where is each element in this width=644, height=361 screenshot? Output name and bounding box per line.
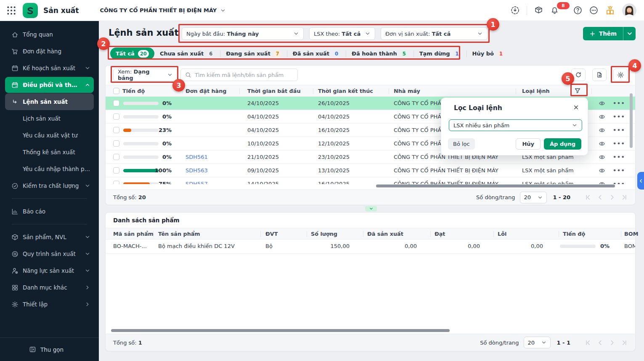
col-tien-do[interactable]: Tiến độ xyxy=(563,228,585,240)
tab-status-6[interactable]: Hủy bỏ1 xyxy=(467,47,510,60)
tab-status-5[interactable]: Tạm dừng1 xyxy=(414,47,466,60)
view-icon[interactable] xyxy=(599,140,605,147)
order-link[interactable]: SDH563 xyxy=(186,164,208,177)
prev-page-button[interactable] xyxy=(597,194,603,200)
expand-panel-handle[interactable] xyxy=(637,172,644,190)
prev-page-button[interactable] xyxy=(597,340,603,346)
search-input[interactable] xyxy=(195,72,293,78)
sidebar-item-lich-san-xuat[interactable]: Lịch sản xuất xyxy=(5,110,94,127)
add-dropdown-button[interactable] xyxy=(623,27,636,40)
col-bom[interactable]: BOM xyxy=(624,228,638,240)
company-switcher[interactable]: CÔNG TY CỔ PHẦN THIẾT BỊ ĐIỆN MÁY xyxy=(100,7,226,13)
col-don-dat-hang[interactable]: Đơn đặt hàng xyxy=(186,85,226,97)
sidebar-item-thong-ke-san-xuat[interactable]: Thống kê sản xuất xyxy=(5,144,94,161)
row-checkbox[interactable] xyxy=(113,181,119,184)
view-icon[interactable] xyxy=(599,181,605,184)
sidebar-item-thiet-lap[interactable]: Thiết lập xyxy=(5,296,94,313)
sidebar-item-don-dat-hang[interactable]: Đơn đặt hàng xyxy=(5,43,94,60)
col-loai-lenh[interactable]: Loại lệnh xyxy=(522,85,550,97)
package-icon[interactable] xyxy=(534,6,543,15)
row-menu-icon[interactable]: ••• xyxy=(613,110,625,124)
row-checkbox[interactable] xyxy=(113,140,119,147)
add-button[interactable]: Thêm xyxy=(583,27,623,40)
col-so-luong[interactable]: Số lượng xyxy=(311,228,337,240)
download-icon[interactable] xyxy=(511,6,519,15)
next-page-button[interactable] xyxy=(609,340,615,346)
first-page-button[interactable] xyxy=(585,340,591,346)
col-dat[interactable]: Đạt xyxy=(435,228,445,240)
view-icon[interactable] xyxy=(599,154,605,161)
row-menu-icon[interactable]: ••• xyxy=(613,124,625,137)
close-icon[interactable] xyxy=(573,104,579,111)
sidebar-item-san-pham-nvl[interactable]: Sản phẩm, NVL xyxy=(5,229,94,245)
row-menu-icon[interactable]: ••• xyxy=(613,164,625,177)
row-checkbox[interactable] xyxy=(113,100,119,106)
row-checkbox[interactable] xyxy=(113,167,119,174)
apps-grid-icon[interactable] xyxy=(7,6,16,15)
col-da-san-xuat[interactable]: Đã sản xuất xyxy=(367,228,403,240)
filter-lsx-theo[interactable]: LSX theo: Tất cả xyxy=(309,27,375,40)
tab-status-2[interactable]: Đang sản xuất7 xyxy=(220,47,287,60)
sidebar-item-bao-cao[interactable]: Báo cáo xyxy=(5,203,94,220)
orders-v-scrollbar[interactable] xyxy=(630,87,633,184)
apply-button[interactable]: Áp dụng xyxy=(544,138,581,150)
col-loi[interactable]: Lỗi xyxy=(498,228,506,240)
row-menu-icon[interactable]: ••• xyxy=(613,137,625,150)
handbook-icon[interactable] xyxy=(605,6,615,15)
order-link[interactable]: SDH557 xyxy=(186,177,208,184)
product-row[interactable]: BO-MACH-...Bộ mạch điều khiển DC 12VBộ15… xyxy=(106,240,635,254)
sidebar-item-nang-luc-san-xuat[interactable]: Năng lực sản xuất xyxy=(5,262,94,279)
view-icon[interactable] xyxy=(599,113,605,120)
order-row[interactable]: 75%SDH55714/10/202516/10/2025CÔNG TY CỔ … xyxy=(106,177,635,184)
tab-status-1[interactable]: Chưa sản xuất6 xyxy=(154,47,220,60)
filter-don-vi[interactable]: Đơn vị sản xuất: Tất cả xyxy=(381,27,488,40)
tab-tat-ca[interactable]: Tất cả20 xyxy=(110,47,154,60)
rows-per-page-select[interactable]: 20 xyxy=(520,192,547,203)
tab-status-4[interactable]: Đã hoàn thành5 xyxy=(346,47,413,60)
order-row[interactable]: 100%SDH56309/10/202513/10/2025CÔNG TY CỔ… xyxy=(106,164,635,177)
select-all-checkbox[interactable] xyxy=(113,88,119,94)
more-icon[interactable] xyxy=(589,6,598,15)
first-page-button[interactable] xyxy=(585,194,591,200)
sidebar-item-lenh-san-xuat[interactable]: Lệnh sản xuất xyxy=(5,93,94,110)
col-thoi-gian-bat-dau[interactable]: Thời gian bắt đầu xyxy=(247,85,301,97)
view-icon[interactable] xyxy=(599,100,605,107)
products-h-scrollbar[interactable] xyxy=(107,329,628,332)
app-logo[interactable] xyxy=(23,3,38,18)
sidebar-item-tong-quan[interactable]: Tổng quan xyxy=(5,26,94,43)
sidebar-item-yeu-cau-nhap-thanh-pham[interactable]: Yêu cầu nhập thành phẩm xyxy=(5,161,94,177)
sidebar-item-dieu-phoi-va-thuc-thi[interactable]: Điều phối và thực thi xyxy=(5,77,94,93)
sidebar-item-danh-muc-khac[interactable]: Danh mục khác xyxy=(5,279,94,296)
row-checkbox[interactable] xyxy=(113,127,119,133)
col-tien-do[interactable]: Tiến độ xyxy=(122,85,145,97)
sidebar-item-quy-trinh-san-xuat[interactable]: Quy trình sản xuất xyxy=(5,245,94,262)
last-page-button[interactable] xyxy=(621,194,628,200)
row-checkbox[interactable] xyxy=(113,113,119,120)
avatar[interactable] xyxy=(622,3,636,18)
sidebar-item-yeu-cau-xuat-vat-tu[interactable]: Yêu cầu xuất vật tư xyxy=(5,127,94,144)
col-ma-san-pham[interactable]: Mã sản phẩm xyxy=(113,228,154,240)
col-ten-san-pham[interactable]: Tên sản phẩm xyxy=(158,228,200,240)
row-menu-icon[interactable]: ••• xyxy=(613,177,625,184)
filter-start-date[interactable]: Ngày bắt đầu: Tháng này xyxy=(182,27,304,40)
rows-per-page-select[interactable]: 20 xyxy=(524,337,551,348)
view-icon[interactable] xyxy=(599,127,605,134)
popup-type-select[interactable]: LSX nhiều sản phẩm xyxy=(449,119,582,131)
help-icon[interactable] xyxy=(573,6,582,15)
collapse-panel-handle[interactable] xyxy=(365,206,377,211)
col-dvt[interactable]: ĐVT xyxy=(265,228,278,240)
export-button[interactable] xyxy=(592,69,607,81)
col-nha-may[interactable]: Nhà máy xyxy=(394,85,420,97)
view-icon[interactable] xyxy=(599,167,605,174)
sidebar-item-ke-hoach-san-xuat[interactable]: Kế hoạch sản xuất xyxy=(5,60,94,76)
filter-funnel-icon[interactable] xyxy=(574,87,581,94)
row-menu-icon[interactable]: ••• xyxy=(613,150,625,164)
order-link[interactable]: SDH561 xyxy=(186,150,208,164)
next-page-button[interactable] xyxy=(609,194,615,200)
row-menu-icon[interactable]: ••• xyxy=(613,97,625,110)
refresh-button[interactable] xyxy=(571,69,586,81)
row-checkbox[interactable] xyxy=(113,154,119,160)
cancel-button[interactable]: Hủy xyxy=(516,138,541,150)
view-mode-select[interactable]: Xem: Dạng bảng xyxy=(113,69,178,81)
clear-filter-button[interactable]: Bỏ lọc xyxy=(448,138,475,150)
